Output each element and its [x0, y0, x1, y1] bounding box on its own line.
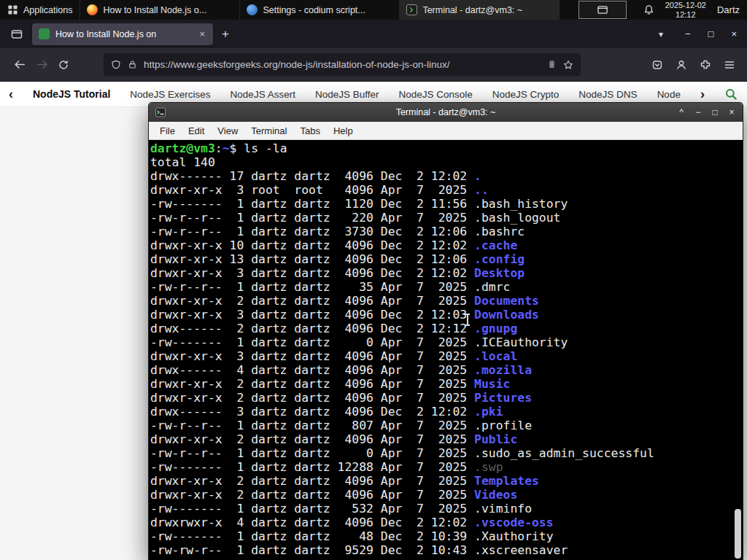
browser-tab[interactable]: How to Install Node.js on × [32, 23, 213, 45]
gfg-nav-item[interactable]: NodeJS Console [398, 89, 472, 100]
terminal-menu-view[interactable]: View [211, 125, 244, 136]
taskbar-item-label: Settings - codium script... [263, 5, 392, 15]
terminal-line: drwxr-xr-x 2 dartz dartz 4096 Apr 7 2025… [150, 432, 732, 446]
terminal-line: drwxr-xr-x 3 dartz dartz 4096 Apr 7 2025… [150, 349, 732, 363]
user-menu[interactable]: Dartz [717, 4, 740, 15]
terminal-line: drwx------ 17 dartz dartz 4096 Dec 2 12:… [150, 169, 732, 183]
toolbar-right-icons [651, 59, 738, 71]
terminal-menu-help[interactable]: Help [327, 125, 360, 136]
nav-scroll-right-icon[interactable]: › [700, 88, 705, 101]
firefox-view-icon[interactable] [6, 24, 28, 44]
terminal-line: -rw-r--r-- 1 dartz dartz 0 Apr 7 2025 .s… [150, 446, 732, 460]
terminal-line: -rw-r--r-- 1 dartz dartz 807 Apr 7 2025 … [150, 419, 732, 432]
terminal-prompt-line: dartz@vm3:~$ ls -la [150, 141, 732, 155]
terminal-line: -rw-r--r-- 1 dartz dartz 35 Apr 7 2025 .… [150, 280, 732, 294]
terminal-line: -rw-r--r-- 1 dartz dartz 3730 Dec 2 12:0… [150, 225, 732, 238]
tab-strip: How to Install Node.js on × + ▾ − □ × [0, 20, 747, 48]
terminal-line: drwxr-xr-x 2 dartz dartz 4096 Apr 7 2025… [150, 391, 732, 405]
applications-icon [7, 4, 18, 15]
browser-window-controls: − □ × [685, 28, 737, 39]
terminal-menu-file[interactable]: File [153, 125, 182, 136]
tab-close-icon[interactable]: × [198, 28, 206, 39]
account-icon[interactable] [676, 59, 687, 71]
window-close-button[interactable]: × [731, 28, 737, 39]
gfg-nav-item[interactable]: NodeJS DNS [578, 89, 637, 100]
reload-button[interactable] [53, 54, 74, 76]
extensions-icon[interactable] [700, 59, 711, 71]
terminal-app-icon [155, 106, 166, 118]
terminal-line: drwx------ 2 dartz dartz 4096 Dec 2 12:1… [150, 322, 732, 335]
applications-menu[interactable]: Applications [0, 0, 80, 20]
terminal-line: drwx------ 4 dartz dartz 4096 Apr 7 2025… [150, 363, 732, 377]
terminal-scrollbar-thumb[interactable] [735, 509, 741, 559]
bookmark-star-icon[interactable] [563, 60, 573, 70]
gfg-nav-item[interactable]: Node [657, 89, 681, 100]
terminal-title: Terminal - dartz@vm3: ~ [229, 107, 662, 117]
terminal-line: -rw------- 1 dartz dartz 1120 Dec 2 11:5… [150, 197, 732, 211]
window-maximize-button[interactable]: □ [708, 28, 714, 39]
topbar-status-area: 2025-12-02 12:12 Dartz [636, 0, 747, 20]
terminal-window-controls: ^ − □ × [676, 107, 737, 117]
tray-terminal-window-icon[interactable] [578, 1, 627, 19]
list-all-tabs-icon[interactable]: ▾ [659, 29, 663, 39]
terminal-line: drwxr-xr-x 2 dartz dartz 4096 Apr 7 2025… [150, 294, 732, 308]
gfg-nav-item[interactable]: NodeJS Crypto [492, 89, 560, 100]
terminal-line: -rw-rw-r-- 1 dartz dartz 9529 Dec 2 10:4… [150, 543, 732, 557]
taskbar-item[interactable]: Settings - codium script... [240, 0, 400, 20]
terminal-close-button[interactable]: × [727, 107, 737, 117]
window-preview-icon [596, 4, 609, 15]
gfg-nav-item[interactable]: NodeJS Assert [231, 89, 295, 100]
tracking-shield-icon[interactable] [111, 60, 121, 70]
terminal-maximize-button[interactable]: □ [710, 107, 720, 117]
terminal-menu-tabs[interactable]: Tabs [293, 125, 326, 136]
terminal-line: drwxr-xr-x 3 dartz dartz 4096 Dec 2 12:0… [150, 308, 732, 322]
system-top-bar: Applications How to Install Node.js o...… [0, 0, 747, 20]
nav-scroll-left-icon[interactable]: ‹ [9, 88, 13, 101]
firefox-icon [87, 4, 98, 15]
taskbar-item[interactable]: How to Install Node.js o... [80, 0, 240, 20]
taskbar-item[interactable]: Terminal - dartz@vm3: ~ [400, 0, 560, 20]
terminal-menu-edit[interactable]: Edit [182, 125, 211, 136]
back-button[interactable] [9, 54, 31, 76]
clock-date: 2025-12-02 [665, 1, 706, 10]
terminal-output: dartz@vm3:~$ ls -latotal 140drwx------ 1… [150, 141, 732, 557]
window-minimize-button[interactable]: − [685, 28, 691, 39]
menu-hamburger-icon[interactable] [724, 59, 735, 71]
new-tab-button[interactable]: + [222, 27, 229, 42]
terminal-window: Terminal - dartz@vm3: ~ ^ − □ × FileEdit… [148, 102, 743, 560]
terminal-line: -rw------- 1 dartz dartz 0 Apr 7 2025 .I… [150, 335, 732, 349]
terminal-screen[interactable]: dartz@vm3:~$ ls -latotal 140drwx------ 1… [149, 140, 743, 560]
terminal-menubar: FileEditViewTerminalTabsHelp [149, 122, 743, 140]
terminal-menu-terminal[interactable]: Terminal [244, 125, 293, 136]
taskbar-item-label: Terminal - dartz@vm3: ~ [422, 5, 552, 15]
terminal-titlebar[interactable]: Terminal - dartz@vm3: ~ ^ − □ × [149, 103, 743, 122]
applications-label: Applications [23, 5, 72, 15]
lock-icon[interactable] [128, 60, 137, 69]
terminal-line: drwxr-xr-x 13 dartz dartz 4096 Dec 2 12:… [150, 252, 732, 266]
pocket-icon[interactable] [651, 59, 663, 71]
taskbar-item-label: How to Install Node.js o... [103, 5, 233, 15]
notifications-bell-icon[interactable] [643, 4, 654, 15]
url-text[interactable]: https://www.geeksforgeeks.org/node-js/in… [144, 59, 541, 70]
taskbar: How to Install Node.js o...Settings - co… [80, 0, 560, 20]
terminal-line: -rw------- 1 dartz dartz 12288 Apr 7 202… [150, 460, 732, 474]
terminal-icon [406, 4, 417, 15]
terminal-minimize-button[interactable]: − [693, 107, 703, 117]
terminal-line: drwx------ 3 dartz dartz 4096 Dec 2 12:0… [150, 405, 732, 419]
reader-view-icon[interactable] [547, 60, 557, 69]
gfg-nav-items: NodeJS TutorialNodeJS ExercisesNodeJS As… [33, 88, 681, 100]
terminal-line: drwxr-xr-x 2 dartz dartz 4096 Apr 7 2025… [150, 488, 732, 502]
browser-toolbar: https://www.geeksforgeeks.org/node-js/in… [0, 48, 747, 82]
search-icon[interactable] [724, 88, 738, 101]
tab-title: How to Install Node.js on [55, 29, 192, 39]
forward-button[interactable] [31, 54, 53, 76]
terminal-line: drwxr-xr-x 10 dartz dartz 4096 Dec 2 12:… [150, 238, 732, 252]
gfg-nav-item[interactable]: NodeJS Exercises [130, 89, 210, 100]
clock-time: 12:12 [665, 10, 706, 20]
url-bar[interactable]: https://www.geeksforgeeks.org/node-js/in… [104, 53, 581, 76]
terminal-shade-button[interactable]: ^ [676, 107, 686, 117]
clock[interactable]: 2025-12-02 12:12 [665, 1, 706, 19]
gfg-nav-item[interactable]: NodeJS Buffer [315, 89, 379, 100]
gfg-nav-item[interactable]: NodeJS Tutorial [33, 88, 110, 100]
terminal-line: drwxr-xr-x 3 root root 4096 Apr 7 2025 .… [150, 183, 732, 197]
